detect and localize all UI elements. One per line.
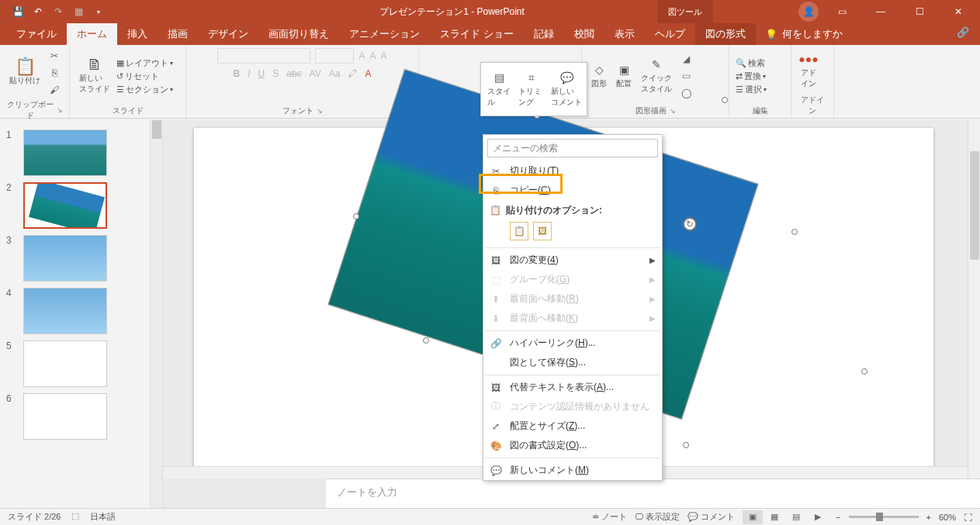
reading-view-icon[interactable]: ▤ [786, 510, 806, 524]
tab-slideshow[interactable]: スライド ショー [430, 23, 524, 45]
paste-button[interactable]: 📋 貼り付け [6, 58, 43, 88]
clipboard-launcher-icon[interactable]: ↘ [57, 106, 63, 114]
display-settings[interactable]: 🖵 表示設定 [635, 511, 680, 523]
tab-record[interactable]: 記録 [524, 23, 564, 45]
arrange-button[interactable]: ▣配置 [613, 61, 635, 91]
ctx-cut[interactable]: ✂切り取り(T) [483, 161, 662, 181]
tab-transitions[interactable]: 画面切り替え [258, 23, 339, 45]
crop-label: トリミング [518, 86, 545, 108]
language-indicator[interactable]: 日本語 [90, 511, 116, 523]
zoom-out-icon[interactable]: − [836, 513, 840, 522]
tab-design[interactable]: デザイン [198, 23, 258, 45]
copy-icon[interactable]: ⎘ [47, 65, 62, 81]
notes-toggle[interactable]: ≐ ノート [592, 511, 627, 523]
tab-view[interactable]: 表示 [604, 23, 645, 45]
paste-option-keep-source[interactable]: 📋 [510, 222, 528, 240]
slideshow-view-icon[interactable]: ▶ [808, 510, 828, 524]
font-launcher-icon[interactable]: ↘ [317, 107, 323, 115]
slide-thumbnail-1[interactable] [23, 130, 107, 176]
ribbon-display-icon[interactable]: ▭ [826, 0, 857, 23]
minimize-icon[interactable]: — [865, 0, 896, 23]
quick-styles-label: クイック スタイル [641, 73, 672, 95]
ctx-copy[interactable]: ⎘コピー(C) [483, 181, 662, 200]
rotation-handle-icon[interactable]: ↻ [683, 217, 697, 231]
tab-help[interactable]: ヘルプ [645, 23, 695, 45]
font-group-label: フォント [282, 105, 313, 116]
slide-counter[interactable]: スライド 2/26 [8, 511, 61, 523]
tab-review[interactable]: 校閲 [564, 23, 604, 45]
comments-toggle[interactable]: 💬 コメント [687, 511, 735, 523]
cut-icon[interactable]: ✂ [47, 48, 62, 64]
tab-insert[interactable]: 挿入 [117, 23, 158, 45]
drawing-launcher-icon[interactable]: ↘ [670, 107, 676, 115]
ctx-bring-front-label: 最前面へ移動(R) [510, 292, 579, 306]
ctx-alt-text[interactable]: 🖼代替テキストを表示(A)... [483, 378, 662, 397]
style-button[interactable]: ▤スタイ ル [483, 66, 515, 112]
account-icon[interactable]: 👤 [798, 2, 819, 22]
slide-thumbnail-6[interactable] [23, 393, 107, 440]
bold-icon: B [234, 68, 241, 79]
tab-animations[interactable]: アニメーション [339, 23, 430, 45]
slide-thumbnail-2[interactable] [23, 182, 107, 229]
ctx-format-picture-label: 図の書式設定(O)... [510, 439, 587, 452]
reset-button[interactable]: ↺リセット [116, 71, 173, 82]
close-icon[interactable]: ✕ [943, 0, 974, 23]
spell-check-icon[interactable]: ⬚ [71, 511, 79, 523]
undo-icon[interactable]: ↶ [31, 5, 45, 19]
layout-button[interactable]: ▦レイアウト▾ [116, 57, 173, 69]
crop-button[interactable]: ⌗トリミング [515, 66, 548, 112]
qat-dropdown-icon[interactable]: ▾ [92, 5, 106, 19]
slide-thumbnail-5[interactable] [23, 340, 107, 387]
thumbnails-scrollbar[interactable] [150, 120, 162, 508]
save-icon[interactable]: 💾 [11, 5, 25, 19]
new-slide-button[interactable]: 🗎 新しい スライド [76, 56, 113, 96]
ctx-save-as-picture[interactable]: 図として保存(S)... [483, 353, 662, 372]
ctx-content-credentials-label: コンテンツ認証情報がありません [510, 400, 649, 413]
comment-icon: 💬 [559, 71, 573, 85]
new-comment-button[interactable]: 💬新しい コメント [548, 66, 585, 112]
ctx-size-position-label: 配置とサイズ(Z)... [510, 420, 585, 433]
addins-button[interactable]: ●●●アド イン [798, 50, 819, 91]
normal-view-icon[interactable]: ▣ [743, 510, 763, 524]
ctx-size-position[interactable]: ⤢配置とサイズ(Z)... [483, 416, 662, 436]
notes-pane[interactable]: ノートを入力 [326, 478, 980, 508]
paste-option-picture[interactable]: 🖼 [533, 222, 552, 240]
ctx-change-picture[interactable]: 🖼図の変更(4)▶ [483, 250, 662, 270]
ctx-hyperlink[interactable]: 🔗ハイパーリンク(H)... [483, 333, 662, 353]
tell-me-search[interactable]: 💡 何をしますか [765, 27, 843, 41]
shapes-button[interactable]: ◇図形 [588, 61, 610, 91]
ctx-format-picture[interactable]: 🎨図の書式設定(O)... [483, 436, 662, 455]
share-icon[interactable]: 🔗 [957, 26, 969, 38]
slide-thumbnail-3[interactable] [23, 235, 107, 281]
zoom-in-icon[interactable]: + [926, 513, 931, 522]
chevron-right-icon: ▶ [649, 275, 656, 284]
tab-file[interactable]: ファイル [6, 23, 67, 45]
sorter-view-icon[interactable]: ▦ [764, 510, 784, 524]
format-painter-icon[interactable]: 🖌 [47, 82, 62, 98]
replace-button[interactable]: ⇄置換▾ [736, 71, 767, 82]
new-comment-label: 新しい コメント [551, 86, 582, 108]
style-icon: ▤ [492, 71, 506, 85]
maximize-icon[interactable]: ☐ [904, 0, 935, 23]
reset-label: リセット [125, 71, 159, 82]
tab-home[interactable]: ホーム [67, 23, 117, 45]
context-menu-search[interactable]: メニューの検索 [487, 139, 658, 157]
editing-group-label: 編集 [736, 104, 784, 116]
send-back-icon: ⬇ [490, 313, 502, 324]
ctx-new-comment[interactable]: 💬新しいコメント(M) [483, 461, 662, 480]
replace-label: 置換 [744, 71, 761, 82]
fit-to-window-icon[interactable]: ⛶ [964, 513, 972, 522]
shape-effects-icon: ◯ [678, 85, 694, 101]
quick-styles-button[interactable]: ✎クイック スタイル [638, 56, 675, 96]
select-button[interactable]: ☰選択▾ [736, 84, 767, 95]
find-button[interactable]: 🔍検索 [736, 57, 767, 69]
zoom-level[interactable]: 60% [939, 513, 956, 522]
clipboard-group-label: クリップボード [6, 99, 54, 121]
tab-draw[interactable]: 描画 [158, 23, 198, 45]
change-picture-icon: 🖼 [490, 255, 502, 266]
tab-picture-format[interactable]: 図の形式 [695, 23, 756, 45]
slide-thumbnail-4[interactable] [23, 288, 107, 334]
section-button[interactable]: ☰セクション▾ [116, 84, 173, 95]
canvas-vertical-scrollbar[interactable] [968, 120, 980, 478]
zoom-slider[interactable] [849, 516, 919, 518]
